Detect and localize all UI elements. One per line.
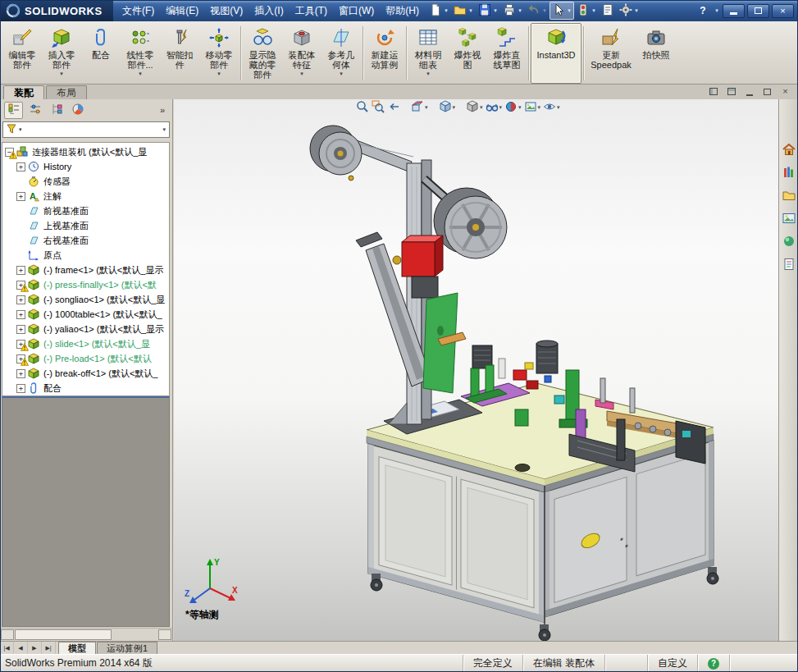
view-palette-button[interactable] bbox=[780, 211, 797, 228]
help-button[interactable]: ? bbox=[695, 3, 711, 18]
configuration-manager-tab[interactable] bbox=[47, 102, 66, 119]
reference-geometry-button[interactable]: 参考几 何体▾ bbox=[321, 23, 361, 84]
expand-icon[interactable]: + bbox=[16, 192, 25, 201]
move-component-button[interactable]: 移动零 部件▾ bbox=[199, 23, 239, 84]
menu-item[interactable]: 窗口(W) bbox=[333, 2, 380, 19]
tree-item[interactable]: +配合 bbox=[2, 381, 169, 395]
caret-down-icon[interactable]: ▾ bbox=[425, 104, 428, 111]
menu-item[interactable]: 帮助(H) bbox=[380, 2, 425, 19]
status-help[interactable]: ? bbox=[697, 655, 729, 672]
tab-scroll-first-icon[interactable]: |◀ bbox=[0, 642, 14, 654]
doc-restore-icon[interactable] bbox=[761, 86, 773, 97]
tree-item[interactable]: 右视基准面 bbox=[2, 233, 169, 248]
hide-show-items-button[interactable]: ▾ bbox=[486, 101, 503, 114]
view-settings-button[interactable]: ▾ bbox=[543, 101, 560, 114]
caret-down-icon[interactable]: ▾ bbox=[300, 71, 303, 76]
expand-icon[interactable]: + bbox=[16, 369, 25, 378]
tree-item[interactable]: +(-) Pre-load<1> (默认<默认 bbox=[2, 351, 169, 366]
doc-close-icon[interactable]: × bbox=[779, 86, 791, 97]
caret-down-icon[interactable]: ▾ bbox=[467, 7, 474, 14]
menu-item[interactable]: 插入(I) bbox=[249, 2, 289, 19]
expand-icon[interactable]: + bbox=[16, 162, 25, 171]
explode-sketch-button[interactable]: 爆炸直 线草图 bbox=[487, 23, 527, 84]
expand-icon[interactable]: + bbox=[16, 295, 25, 304]
caret-down-icon[interactable]: ▾ bbox=[566, 7, 572, 14]
caret-down-icon[interactable]: ▾ bbox=[541, 7, 548, 14]
close-button[interactable]: × bbox=[772, 4, 794, 18]
previous-view-button[interactable] bbox=[387, 101, 400, 114]
filter-caret-icon[interactable]: ▾ bbox=[19, 126, 22, 133]
caret-down-icon[interactable]: ▾ bbox=[453, 104, 456, 111]
minimize-button[interactable] bbox=[723, 4, 745, 18]
property-manager-tab[interactable] bbox=[25, 102, 44, 119]
exploded-view-button[interactable]: 爆炸视 图 bbox=[448, 23, 487, 84]
menu-item[interactable]: 视图(V) bbox=[204, 2, 249, 19]
assembly-model[interactable] bbox=[174, 99, 778, 641]
document-tab[interactable]: 运动算例1 bbox=[97, 642, 157, 654]
commandmanager-tab[interactable]: 布局 bbox=[46, 85, 87, 99]
tree-item[interactable]: 前视基准面 bbox=[2, 203, 169, 218]
caret-down-icon[interactable]: ▾ bbox=[139, 71, 142, 76]
motion-study-button[interactable]: 新建运 动算例 bbox=[365, 23, 404, 84]
rebuild-button[interactable]: ▾ bbox=[574, 2, 599, 20]
new-document-button[interactable]: ▾ bbox=[426, 2, 451, 20]
expand-icon[interactable]: + bbox=[16, 310, 25, 319]
section-view-button[interactable]: ▾ bbox=[411, 101, 428, 114]
tab-scroll-prev-icon[interactable]: ◀ bbox=[14, 642, 28, 654]
save-button[interactable]: ▾ bbox=[476, 2, 500, 20]
graphics-area[interactable]: ▾▾▾▾▾▾▾ Y X Z *等轴测 bbox=[174, 99, 778, 641]
tree-filter-bar[interactable]: ▾ ▾ bbox=[2, 121, 170, 138]
design-library-button[interactable] bbox=[780, 165, 797, 182]
help-caret-icon[interactable]: ▾ bbox=[714, 7, 720, 14]
scroll-left-icon[interactable] bbox=[1, 629, 14, 640]
tree-item[interactable]: +(-) press-finally<1> (默认<默 bbox=[2, 277, 169, 292]
edit-component-button[interactable]: 编辑零 部件 bbox=[2, 23, 42, 84]
undo-button[interactable]: ▾ bbox=[525, 2, 549, 20]
resources-home-button[interactable] bbox=[780, 142, 797, 159]
snapshot-button[interactable]: 拍快照 bbox=[636, 23, 676, 84]
menu-item[interactable]: 工具(T) bbox=[290, 2, 333, 19]
caret-down-icon[interactable]: ▾ bbox=[557, 104, 560, 111]
display-manager-tab[interactable] bbox=[68, 102, 87, 119]
open-document-button[interactable]: ▾ bbox=[451, 2, 476, 20]
caret-down-icon[interactable]: ▾ bbox=[517, 7, 523, 14]
caret-down-icon[interactable]: ▾ bbox=[340, 71, 343, 76]
panel-overflow-chevron[interactable]: » bbox=[157, 105, 168, 115]
caret-down-icon[interactable]: ▾ bbox=[518, 104, 522, 111]
feature-manager-tab[interactable] bbox=[4, 102, 23, 119]
file-properties-button[interactable] bbox=[599, 2, 617, 20]
appearances-button[interactable] bbox=[780, 234, 797, 251]
mate-button[interactable]: 配合 bbox=[81, 23, 121, 84]
scrollbar-thumb[interactable] bbox=[15, 629, 112, 640]
caret-down-icon[interactable]: ▾ bbox=[499, 104, 503, 111]
maximize-button[interactable] bbox=[747, 4, 769, 18]
print-button[interactable]: ▾ bbox=[500, 2, 525, 20]
caret-down-icon[interactable]: ▾ bbox=[443, 7, 449, 14]
caret-down-icon[interactable]: ▾ bbox=[591, 7, 597, 14]
tree-item[interactable]: +(-) break-off<1> (默认<默认_ bbox=[2, 366, 169, 381]
new-window-icon[interactable] bbox=[707, 86, 719, 97]
caret-down-icon[interactable]: ▾ bbox=[426, 71, 430, 76]
view-orientation-button[interactable]: ▾ bbox=[439, 101, 456, 114]
edit-appearance-button[interactable]: ▾ bbox=[504, 101, 522, 114]
display-style-button[interactable]: ▾ bbox=[466, 101, 483, 114]
expand-icon[interactable]: + bbox=[16, 384, 25, 393]
speedpak-button[interactable]: 更新 Speedpak bbox=[586, 23, 636, 84]
tree-root-item[interactable]: −连接器组装机 (默认<默认_显 bbox=[2, 144, 169, 159]
linear-pattern-button[interactable]: 线性零 部件...▾ bbox=[121, 23, 160, 84]
tree-item[interactable]: +History bbox=[2, 159, 169, 174]
select-button[interactable]: ▾ bbox=[549, 2, 574, 20]
status-custom-button[interactable]: 自定义 bbox=[647, 655, 697, 672]
tree-item[interactable]: +(-) yaliao<1> (默认<默认_显示 bbox=[2, 322, 169, 336]
tree-item[interactable]: 上视基准面 bbox=[2, 218, 169, 233]
tree-item[interactable]: 原点 bbox=[2, 248, 169, 263]
caret-down-icon[interactable]: ▾ bbox=[633, 7, 640, 14]
instant3d-button[interactable]: Instant3D bbox=[531, 23, 581, 84]
show-hidden-button[interactable]: 显示隐 藏的零 部件 bbox=[243, 23, 282, 84]
doc-minimize-icon[interactable] bbox=[743, 86, 755, 97]
menu-item[interactable]: 编辑(E) bbox=[160, 2, 204, 19]
expand-icon[interactable]: + bbox=[16, 266, 25, 275]
custom-properties-button[interactable] bbox=[780, 257, 797, 274]
tree-item[interactable]: +(-) 1000table<1> (默认<默认_ bbox=[2, 307, 169, 322]
caret-down-icon[interactable]: ▾ bbox=[217, 71, 221, 76]
